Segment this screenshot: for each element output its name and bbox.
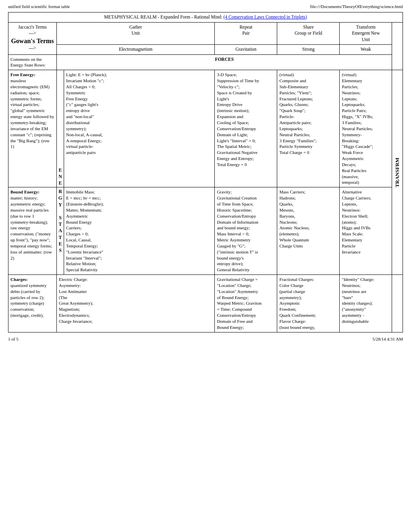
grav-bound-cell: Gravity;Gravitational Creationof Time fr… — [215, 187, 277, 275]
em-free-content: Light: E = hν (Planck);Invariant Motion … — [66, 72, 107, 155]
forces-label: FORCES — [215, 57, 234, 62]
right-pad-2 — [392, 45, 403, 55]
bound-energy-label: Bound Energy: — [10, 189, 39, 194]
transform-side-label-cell: TRANSFRM — [392, 70, 403, 275]
grav-free-cell: 3-D Space;Suppression of Time by"Velocit… — [215, 70, 277, 187]
free-energy-desc: massless electromagnetic (EM) radiation;… — [10, 78, 54, 149]
jaccaci-terms-label: Jaccaci's Terms — [18, 25, 47, 29]
weak-free-cell: (virtual)ElementaryParticles;Neutrinos;L… — [340, 70, 392, 187]
energy-state-letter-n1: N — [58, 174, 62, 179]
weak-label: Weak — [361, 47, 371, 52]
gather-unit-cell: GatherUnit — [57, 22, 215, 45]
transform-cell: TransformEmergent NewUnit — [340, 22, 392, 45]
grav-bound-content: Gravity;Gravitational Creationof Time fr… — [217, 189, 258, 272]
free-energy-label: Free Energy: — [10, 72, 35, 77]
bound-energy-row: Bound Energy: matter; history; asymmetri… — [8, 187, 403, 275]
forces-header-cell: FORCES — [57, 54, 392, 70]
grav-charges-content: Gravitational Charge ="Location" Charge;… — [217, 277, 262, 330]
charges-left-cell: Charges: quantized symmetry debts (carri… — [8, 275, 57, 332]
electromagnetism-cell: Electromagnetism — [57, 45, 215, 55]
energy-states-side-bottom: R G Y S T A T E S — [57, 187, 64, 275]
em-charges-content: Electric Charge:Asymmetry:Lost Antimatte… — [59, 277, 93, 324]
letter-t: T — [58, 221, 62, 227]
grav-free-content: 3-D Space;Suppression of Time by"Velocit… — [217, 72, 259, 167]
letter-s2: S — [59, 247, 62, 253]
share-group-label: ShareGroup or Field — [295, 25, 322, 36]
comments-label: Comments on theEnergy State Rows: — [10, 57, 46, 68]
repeat-pair-label: RepeatPair — [239, 25, 252, 36]
bound-energy-desc: matter; history; asymmetric energy; mass… — [10, 195, 52, 260]
bound-energy-left-cell: Bound Energy: matter; history; asymmetri… — [8, 187, 57, 275]
free-energy-left-cell: Free Energy: massless electromagnetic (E… — [8, 70, 57, 187]
page-title-left: unified field scientific format table — [8, 4, 70, 9]
strong-bound-content: Mass Carriers;Hadrons;Quarks,Mesons,Bary… — [279, 189, 309, 248]
weak-free-content: (virtual)ElementaryParticles;Neutrinos;L… — [342, 72, 373, 185]
gravitation-cell: Gravitation — [215, 45, 277, 55]
metaphysical-header-cell: METAPHYSICAL REALM - Expanded Form - Rat… — [8, 12, 403, 23]
letter-g: G — [58, 195, 62, 201]
weak-cell: Weak — [340, 45, 392, 55]
jaccaci-terms-cell: Jaccaci's Terms ---> Gowan's Terms ---> — [8, 22, 57, 54]
right-pad-charges — [392, 275, 403, 332]
charges-label: Charges: — [10, 277, 28, 282]
charges-desc: quantized symmetry debts (carried by par… — [10, 283, 47, 318]
weak-bound-content: AlternativeCharge Carriers;Leptons,Neutr… — [342, 189, 371, 254]
letter-a: A — [58, 228, 62, 233]
gowan-arrow: ---> — [29, 46, 36, 50]
letter-y: Y — [58, 202, 62, 208]
energy-state-letter-e2: E — [58, 180, 62, 186]
gather-unit-label: GatherUnit — [129, 25, 142, 36]
letter-r: R — [58, 189, 62, 194]
energy-state-side-top: E N E — [57, 70, 64, 187]
right-pad-1 — [392, 22, 403, 45]
conservation-laws-link[interactable]: (4 Conservation Laws Connected in Triple… — [224, 15, 307, 19]
letter-s: S — [59, 215, 62, 220]
transform-label: TransformEmergent NewUnit — [352, 25, 380, 42]
strong-label: Strong — [302, 47, 315, 52]
column-header-row: Jaccaci's Terms ---> Gowan's Terms ---> … — [8, 22, 403, 45]
em-bound-cell: Immobile Mass:E = mcc; hν = mcc;(Einstei… — [64, 187, 215, 275]
weak-charges-cell: "Identity" Charge:Neutrinos;(neutrinos a… — [340, 275, 392, 332]
strong-bound-cell: Mass Carriers;Hadrons;Quarks,Mesons,Bary… — [277, 187, 340, 275]
page-number: 1 of 5 — [8, 337, 19, 341]
weak-bound-cell: AlternativeCharge Carriers;Leptons,Neutr… — [340, 187, 392, 275]
gowan-terms-label: Gowan's Terms — [11, 37, 54, 44]
letter-e: E — [58, 241, 62, 247]
transform-side-label: TRANSFRM — [393, 156, 402, 189]
right-pad-3 — [392, 54, 403, 70]
metaphysical-header-row: METAPHYSICAL REALM - Expanded Form - Rat… — [8, 12, 403, 23]
em-free-cell: Light: E = hν (Planck);Invariant Motion … — [64, 70, 215, 187]
repeat-pair-cell: RepeatPair — [215, 22, 277, 45]
energy-state-letter-e1: E — [58, 167, 62, 173]
comments-row: Comments on theEnergy State Rows: FORCES — [8, 54, 403, 70]
page-date: 5/28/14 4:31 AM — [372, 337, 403, 341]
comments-label-cell: Comments on theEnergy State Rows: — [8, 54, 57, 70]
em-charges-cell: Electric Charge:Asymmetry:Lost Antimatte… — [57, 275, 215, 332]
strong-cell: Strong — [277, 45, 340, 55]
metaphysical-text: METAPHYSICAL REALM - Expanded Form - Rat… — [104, 15, 223, 19]
weak-charges-content: "Identity" Charge:Neutrinos;(neutrinos a… — [342, 277, 374, 324]
em-bound-content: Immobile Mass:E = mcc; hν = mcc;(Einstei… — [66, 189, 104, 272]
grav-charges-cell: Gravitational Charge ="Location" Charge;… — [215, 275, 277, 332]
strong-free-content: (virtual)Composite andSub-ElementaryPart… — [279, 72, 317, 155]
strong-charges-content: Fractional Charges:Color Charge(partial … — [279, 277, 316, 330]
strong-charges-cell: Fractional Charges:Color Charge(partial … — [277, 275, 340, 332]
jaccaci-arrow: ---> — [29, 31, 36, 35]
gravitation-label: Gravitation — [235, 47, 256, 52]
strong-free-cell: (virtual)Composite andSub-ElementaryPart… — [277, 70, 340, 187]
share-group-cell: ShareGroup or Field — [277, 22, 340, 45]
main-table: METAPHYSICAL REALM - Expanded Form - Rat… — [8, 12, 403, 332]
electromagnetism-label: Electromagnetism — [119, 47, 153, 52]
charges-row: Charges: quantized symmetry debts (carri… — [8, 275, 403, 332]
page-title-right: file:///Documents/TheoryOfEverything/sci… — [310, 4, 403, 9]
free-energy-row: Free Energy: massless electromagnetic (E… — [8, 70, 403, 187]
letter-t2: T — [58, 235, 62, 240]
forces-row: Electromagnetism Gravitation Strong Weak — [8, 45, 403, 55]
